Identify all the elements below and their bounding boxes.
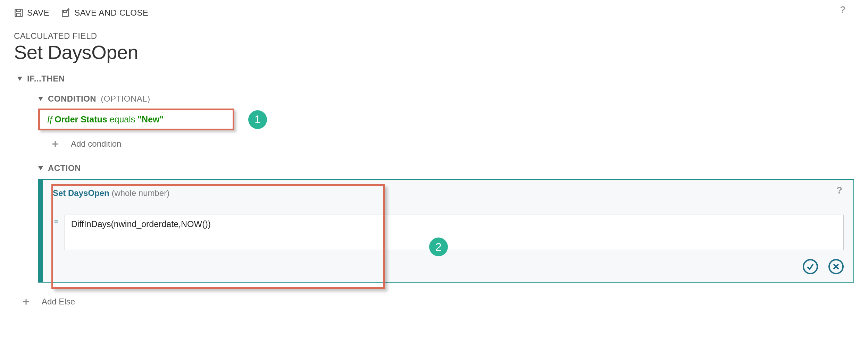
save-and-close-button-label: SAVE AND CLOSE: [74, 8, 148, 18]
if-then-label: IF...THEN: [27, 74, 65, 84]
save-and-close-button[interactable]: SAVE AND CLOSE: [61, 8, 148, 18]
svg-rect-2: [17, 13, 21, 16]
action-title-fieldname: DaysOpen: [68, 188, 109, 198]
annotation-badge-2: 2: [429, 238, 448, 256]
formula-input[interactable]: [65, 215, 844, 250]
help-icon[interactable]: ?: [834, 186, 844, 197]
action-title: Set DaysOpen (whole number): [53, 188, 844, 198]
help-icon[interactable]: ?: [837, 5, 847, 16]
collapse-caret-icon: [38, 166, 43, 170]
condition-expression[interactable]: If Order Status equals "New": [38, 109, 234, 130]
condition-if-prefix: If: [47, 115, 52, 124]
svg-text:?: ?: [840, 5, 846, 15]
close-icon: [832, 262, 840, 271]
condition-section-label: CONDITION (OPTIONAL): [48, 94, 150, 104]
toolbar: SAVE SAVE AND CLOSE: [14, 4, 854, 21]
svg-text:?: ?: [836, 186, 842, 195]
action-title-prefix: Set: [53, 188, 66, 198]
condition-value: "New": [137, 114, 164, 124]
condition-operator: equals: [110, 114, 135, 124]
add-condition-link[interactable]: Add condition: [71, 139, 121, 149]
check-icon: [806, 262, 815, 271]
save-icon: [14, 8, 24, 18]
condition-header[interactable]: CONDITION (OPTIONAL): [38, 94, 854, 104]
annotation-badge-1: 1: [248, 110, 267, 129]
condition-expression-text: If Order Status equals "New": [47, 114, 226, 124]
action-title-type: (whole number): [111, 188, 169, 198]
condition-section-suffix: (OPTIONAL): [101, 94, 150, 103]
condition-field: Order Status: [55, 114, 107, 124]
save-button-label: SAVE: [27, 8, 49, 18]
add-else-link[interactable]: Add Else: [42, 297, 75, 307]
collapse-caret-icon: [38, 97, 43, 101]
condition-section-label-text: CONDITION: [48, 94, 96, 103]
page-title: Set DaysOpen: [14, 41, 854, 63]
plus-icon[interactable]: ＋: [21, 294, 31, 309]
page-subtitle: CALCULATED FIELD: [14, 31, 854, 41]
if-then-header[interactable]: IF...THEN: [17, 74, 854, 84]
action-section-label: ACTION: [48, 163, 81, 173]
save-close-icon: [61, 8, 71, 18]
action-header[interactable]: ACTION: [38, 163, 854, 173]
collapse-caret-icon: [17, 77, 22, 81]
confirm-button[interactable]: [803, 259, 818, 274]
action-panel: ? Set DaysOpen (whole number) = 2: [38, 179, 854, 283]
save-button[interactable]: SAVE: [14, 8, 49, 18]
svg-rect-4: [64, 10, 67, 12]
plus-icon[interactable]: ＋: [50, 137, 60, 151]
svg-rect-1: [16, 9, 20, 12]
equals-sign: =: [54, 218, 58, 226]
cancel-button[interactable]: [828, 259, 844, 274]
